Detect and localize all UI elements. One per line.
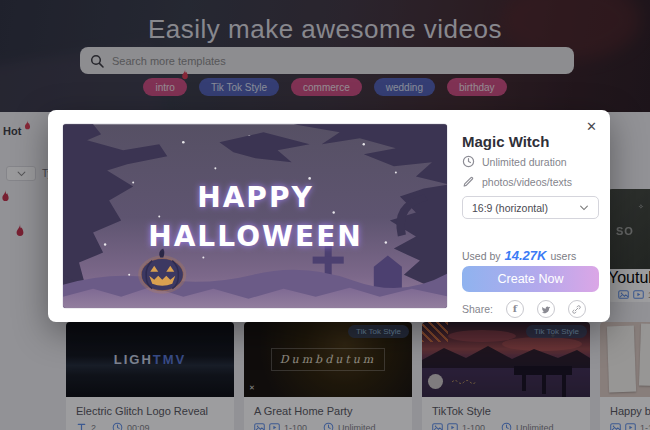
clock-icon bbox=[462, 155, 475, 168]
share-facebook-button[interactable]: f bbox=[506, 300, 524, 318]
share-label: Share: bbox=[462, 303, 493, 315]
pencil-icon bbox=[462, 175, 475, 188]
preview-title-line1: HAPPY bbox=[197, 181, 314, 214]
template-preview-image: HAPPY HALLOWEEN HAPPY HALLOWEEN bbox=[62, 123, 448, 309]
aspect-ratio-select[interactable]: 16:9 (horizontal) bbox=[462, 196, 599, 219]
share-link-button[interactable] bbox=[568, 300, 586, 318]
duration-row: Unlimited duration bbox=[462, 155, 567, 168]
template-detail-modal: HAPPY HALLOWEEN HAPPY HALLOWEEN ✕ Magic … bbox=[48, 110, 610, 322]
template-name: Magic Witch bbox=[462, 133, 549, 150]
twitter-icon bbox=[541, 305, 550, 314]
usage-stats: Used by 14.27K users bbox=[462, 248, 576, 263]
share-row: Share: f bbox=[462, 300, 586, 318]
halloween-scene: HAPPY HALLOWEEN HAPPY HALLOWEEN bbox=[63, 124, 448, 309]
app-window: Easily make awesome videos intro Tik Tok… bbox=[0, 0, 650, 430]
chevron-down-icon bbox=[579, 205, 589, 211]
share-twitter-button[interactable] bbox=[537, 300, 555, 318]
media-types-row: photos/videos/texts bbox=[462, 175, 572, 188]
link-icon bbox=[572, 305, 581, 314]
create-now-button[interactable]: Create Now bbox=[462, 266, 599, 292]
usage-count: 14.27K bbox=[505, 248, 547, 263]
preview-title-line2: HALLOWEEN bbox=[148, 220, 363, 253]
template-detail-panel: Magic Witch Unlimited duration photos/vi… bbox=[462, 110, 610, 322]
